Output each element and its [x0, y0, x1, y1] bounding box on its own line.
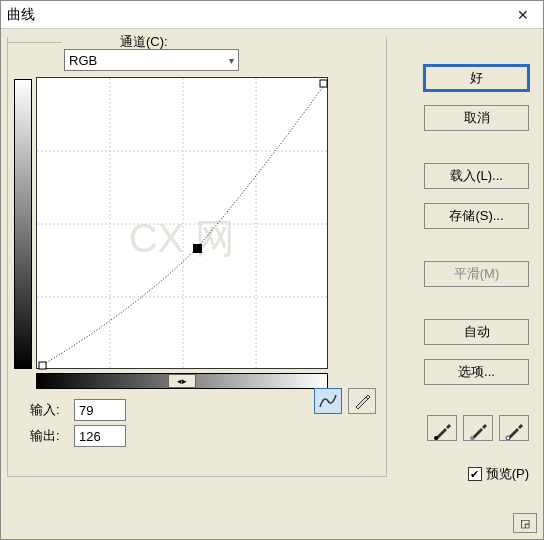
left-panel: 通道(C): RGB ▾ CX 网 — [7, 37, 387, 531]
svg-rect-6 — [39, 362, 46, 369]
smooth-button: 平滑(M) — [424, 261, 529, 287]
window-title: 曲线 — [7, 6, 35, 24]
preview-row: ✔ 预览(P) — [468, 465, 529, 483]
curve-svg — [37, 78, 329, 370]
eyedropper-white[interactable] — [499, 415, 529, 441]
save-button[interactable]: 存储(S)... — [424, 203, 529, 229]
input-field[interactable] — [74, 399, 126, 421]
curve-tool-button[interactable] — [314, 388, 342, 414]
svg-point-10 — [506, 436, 510, 440]
eyedroppers — [427, 415, 529, 441]
input-label: 输入: — [30, 401, 70, 419]
horizontal-gradient: ◂▸ — [36, 373, 328, 389]
gradient-toggle[interactable]: ◂▸ — [168, 374, 196, 388]
right-panel: 好 取消 载入(L)... 存储(S)... 平滑(M) 自动 选项... ✔ … — [393, 37, 537, 531]
channel-label: 通道(C): — [116, 33, 172, 51]
resize-handle-icon[interactable]: ◲ — [513, 513, 537, 533]
close-icon[interactable]: ✕ — [509, 3, 537, 27]
auto-button[interactable]: 自动 — [424, 319, 529, 345]
svg-rect-7 — [320, 80, 327, 87]
vertical-gradient — [14, 79, 32, 369]
curve-icon — [318, 393, 338, 409]
chevron-down-icon: ▾ — [229, 55, 234, 66]
output-field[interactable] — [74, 425, 126, 447]
preview-label: 预览(P) — [486, 465, 529, 483]
content: 通道(C): RGB ▾ CX 网 — [1, 29, 543, 539]
titlebar: 曲线 ✕ — [1, 1, 543, 29]
eyedropper-gray[interactable] — [463, 415, 493, 441]
svg-point-9 — [470, 436, 474, 440]
options-button[interactable]: 选项... — [424, 359, 529, 385]
curve-handle[interactable] — [193, 244, 202, 253]
curve-canvas[interactable]: CX 网 — [36, 77, 328, 369]
preview-checkbox[interactable]: ✔ — [468, 467, 482, 481]
pencil-tool-button[interactable] — [348, 388, 376, 414]
cancel-button[interactable]: 取消 — [424, 105, 529, 131]
ok-button[interactable]: 好 — [424, 65, 529, 91]
group-box: 通道(C): RGB ▾ CX 网 — [7, 37, 387, 477]
pencil-icon — [353, 392, 371, 410]
load-button[interactable]: 载入(L)... — [424, 163, 529, 189]
channel-value: RGB — [69, 53, 97, 68]
curves-dialog: 曲线 ✕ 通道(C): RGB ▾ CX — [0, 0, 544, 540]
eyedropper-black[interactable] — [427, 415, 457, 441]
channel-select[interactable]: RGB ▾ — [64, 49, 239, 71]
svg-point-8 — [434, 436, 438, 440]
curve-area: CX 网 — [14, 77, 380, 369]
output-label: 输出: — [30, 427, 70, 445]
